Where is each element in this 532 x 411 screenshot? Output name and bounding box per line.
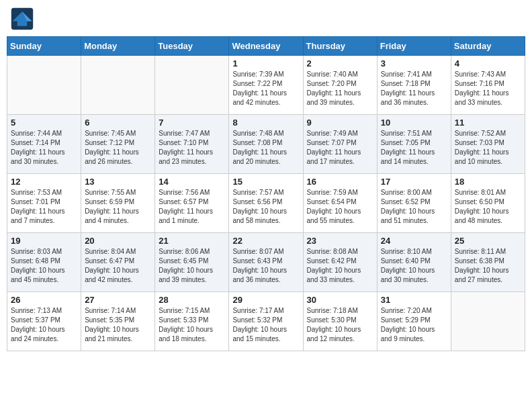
logo — [10, 7, 37, 31]
day-number: 1 — [232, 58, 299, 68]
calendar-week-row: 1Sunrise: 7:39 AM Sunset: 7:22 PM Daylig… — [7, 56, 525, 115]
day-number: 15 — [232, 177, 299, 187]
day-info: Sunrise: 7:40 AM Sunset: 7:20 PM Dayligh… — [307, 70, 373, 107]
day-number: 28 — [159, 295, 225, 305]
calendar-week-row: 19Sunrise: 8:03 AM Sunset: 6:48 PM Dayli… — [7, 233, 525, 292]
day-info: Sunrise: 7:14 AM Sunset: 5:35 PM Dayligh… — [85, 306, 151, 344]
calendar-cell: 13Sunrise: 7:55 AM Sunset: 6:59 PM Dayli… — [81, 174, 155, 233]
calendar-cell: 21Sunrise: 8:06 AM Sunset: 6:45 PM Dayli… — [155, 233, 229, 292]
day-number: 7 — [159, 118, 225, 128]
day-info: Sunrise: 7:18 AM Sunset: 5:30 PM Dayligh… — [307, 306, 373, 344]
day-number: 2 — [307, 58, 373, 68]
calendar-cell: 15Sunrise: 7:57 AM Sunset: 6:56 PM Dayli… — [229, 174, 303, 233]
day-info: Sunrise: 7:48 AM Sunset: 7:08 PM Dayligh… — [232, 129, 299, 167]
calendar-table: SundayMondayTuesdayWednesdayThursdayFrid… — [7, 36, 525, 351]
calendar-cell: 24Sunrise: 8:10 AM Sunset: 6:40 PM Dayli… — [377, 233, 451, 292]
weekday-header: Saturday — [451, 37, 525, 56]
day-number: 25 — [455, 236, 521, 246]
weekday-header: Thursday — [303, 37, 377, 56]
calendar-cell — [155, 56, 229, 115]
calendar-cell: 16Sunrise: 7:59 AM Sunset: 6:54 PM Dayli… — [303, 174, 377, 233]
calendar-cell: 26Sunrise: 7:13 AM Sunset: 5:37 PM Dayli… — [7, 292, 81, 351]
calendar-cell: 28Sunrise: 7:15 AM Sunset: 5:33 PM Dayli… — [155, 292, 229, 351]
day-number: 27 — [85, 295, 151, 305]
day-info: Sunrise: 7:15 AM Sunset: 5:33 PM Dayligh… — [159, 306, 225, 344]
calendar-cell: 4Sunrise: 7:43 AM Sunset: 7:16 PM Daylig… — [451, 56, 525, 115]
day-info: Sunrise: 7:56 AM Sunset: 6:57 PM Dayligh… — [159, 188, 225, 226]
day-info: Sunrise: 7:59 AM Sunset: 6:54 PM Dayligh… — [307, 188, 373, 226]
day-info: Sunrise: 7:45 AM Sunset: 7:12 PM Dayligh… — [85, 129, 151, 167]
calendar-cell: 10Sunrise: 7:51 AM Sunset: 7:05 PM Dayli… — [377, 115, 451, 174]
calendar-week-row: 26Sunrise: 7:13 AM Sunset: 5:37 PM Dayli… — [7, 292, 525, 351]
day-info: Sunrise: 7:55 AM Sunset: 6:59 PM Dayligh… — [85, 188, 151, 226]
day-number: 5 — [11, 118, 77, 128]
calendar-week-row: 5Sunrise: 7:44 AM Sunset: 7:14 PM Daylig… — [7, 115, 525, 174]
day-info: Sunrise: 7:57 AM Sunset: 6:56 PM Dayligh… — [232, 188, 299, 226]
day-number: 19 — [11, 236, 77, 246]
day-number: 13 — [85, 177, 151, 187]
day-number: 3 — [381, 58, 447, 68]
day-number: 10 — [381, 118, 447, 128]
day-info: Sunrise: 7:49 AM Sunset: 7:07 PM Dayligh… — [307, 129, 373, 167]
calendar-cell: 12Sunrise: 7:53 AM Sunset: 7:01 PM Dayli… — [7, 174, 81, 233]
page-header — [7, 7, 525, 31]
calendar-cell: 22Sunrise: 8:07 AM Sunset: 6:43 PM Dayli… — [229, 233, 303, 292]
day-number: 24 — [381, 236, 447, 246]
calendar-cell: 20Sunrise: 8:04 AM Sunset: 6:47 PM Dayli… — [81, 233, 155, 292]
calendar-cell — [81, 56, 155, 115]
day-info: Sunrise: 8:10 AM Sunset: 6:40 PM Dayligh… — [381, 247, 447, 285]
day-info: Sunrise: 7:53 AM Sunset: 7:01 PM Dayligh… — [11, 188, 77, 226]
day-info: Sunrise: 7:39 AM Sunset: 7:22 PM Dayligh… — [232, 70, 299, 107]
day-info: Sunrise: 8:00 AM Sunset: 6:52 PM Dayligh… — [381, 188, 447, 226]
day-info: Sunrise: 8:11 AM Sunset: 6:38 PM Dayligh… — [455, 247, 521, 285]
calendar-cell: 30Sunrise: 7:18 AM Sunset: 5:30 PM Dayli… — [303, 292, 377, 351]
day-number: 14 — [159, 177, 225, 187]
calendar-cell: 29Sunrise: 7:17 AM Sunset: 5:32 PM Dayli… — [229, 292, 303, 351]
day-number: 22 — [232, 236, 299, 246]
day-info: Sunrise: 7:43 AM Sunset: 7:16 PM Dayligh… — [455, 70, 521, 107]
calendar-cell: 31Sunrise: 7:20 AM Sunset: 5:29 PM Dayli… — [377, 292, 451, 351]
calendar-cell: 1Sunrise: 7:39 AM Sunset: 7:22 PM Daylig… — [229, 56, 303, 115]
calendar-cell: 25Sunrise: 8:11 AM Sunset: 6:38 PM Dayli… — [451, 233, 525, 292]
calendar-header-row: SundayMondayTuesdayWednesdayThursdayFrid… — [7, 37, 525, 56]
day-info: Sunrise: 7:41 AM Sunset: 7:18 PM Dayligh… — [381, 70, 447, 107]
day-number: 30 — [307, 295, 373, 305]
day-info: Sunrise: 8:07 AM Sunset: 6:43 PM Dayligh… — [232, 247, 299, 285]
calendar-cell: 11Sunrise: 7:52 AM Sunset: 7:03 PM Dayli… — [451, 115, 525, 174]
day-number: 4 — [455, 58, 521, 68]
day-number: 12 — [11, 177, 77, 187]
calendar-cell: 5Sunrise: 7:44 AM Sunset: 7:14 PM Daylig… — [7, 115, 81, 174]
day-info: Sunrise: 8:03 AM Sunset: 6:48 PM Dayligh… — [11, 247, 77, 285]
calendar-cell: 2Sunrise: 7:40 AM Sunset: 7:20 PM Daylig… — [303, 56, 377, 115]
calendar-week-row: 12Sunrise: 7:53 AM Sunset: 7:01 PM Dayli… — [7, 174, 525, 233]
day-info: Sunrise: 8:08 AM Sunset: 6:42 PM Dayligh… — [307, 247, 373, 285]
weekday-header: Tuesday — [155, 37, 229, 56]
day-info: Sunrise: 7:13 AM Sunset: 5:37 PM Dayligh… — [11, 306, 77, 344]
day-number: 11 — [455, 118, 521, 128]
day-number: 26 — [11, 295, 77, 305]
calendar-cell: 7Sunrise: 7:47 AM Sunset: 7:10 PM Daylig… — [155, 115, 229, 174]
day-info: Sunrise: 8:06 AM Sunset: 6:45 PM Dayligh… — [159, 247, 225, 285]
calendar-cell — [7, 56, 81, 115]
day-number: 9 — [307, 118, 373, 128]
calendar-cell: 18Sunrise: 8:01 AM Sunset: 6:50 PM Dayli… — [451, 174, 525, 233]
day-info: Sunrise: 7:52 AM Sunset: 7:03 PM Dayligh… — [455, 129, 521, 167]
day-info: Sunrise: 7:51 AM Sunset: 7:05 PM Dayligh… — [381, 129, 447, 167]
day-info: Sunrise: 7:17 AM Sunset: 5:32 PM Dayligh… — [232, 306, 299, 344]
calendar-cell: 27Sunrise: 7:14 AM Sunset: 5:35 PM Dayli… — [81, 292, 155, 351]
calendar-cell — [451, 292, 525, 351]
day-number: 8 — [232, 118, 299, 128]
day-info: Sunrise: 8:01 AM Sunset: 6:50 PM Dayligh… — [455, 188, 521, 226]
day-number: 31 — [381, 295, 447, 305]
calendar-cell: 19Sunrise: 8:03 AM Sunset: 6:48 PM Dayli… — [7, 233, 81, 292]
day-number: 20 — [85, 236, 151, 246]
logo-icon — [10, 7, 34, 31]
calendar-cell: 3Sunrise: 7:41 AM Sunset: 7:18 PM Daylig… — [377, 56, 451, 115]
calendar-cell: 14Sunrise: 7:56 AM Sunset: 6:57 PM Dayli… — [155, 174, 229, 233]
day-info: Sunrise: 8:04 AM Sunset: 6:47 PM Dayligh… — [85, 247, 151, 285]
day-number: 23 — [307, 236, 373, 246]
day-number: 17 — [381, 177, 447, 187]
weekday-header: Friday — [377, 37, 451, 56]
calendar-cell: 8Sunrise: 7:48 AM Sunset: 7:08 PM Daylig… — [229, 115, 303, 174]
day-number: 29 — [232, 295, 299, 305]
